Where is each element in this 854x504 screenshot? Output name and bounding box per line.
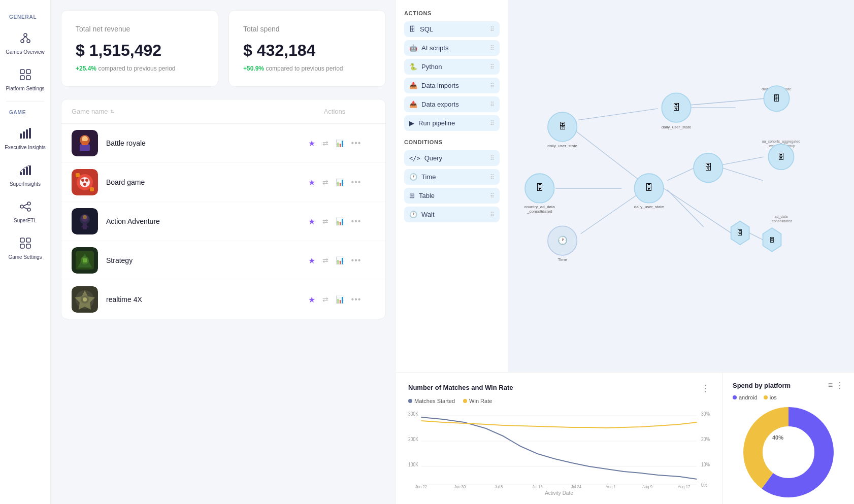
chart-icon[interactable]: 📊 [336,217,344,225]
matches-chart-title: Number of Matches and Win Rate [408,384,513,391]
legend-dot-ios [764,395,768,399]
sidebar-item-superetl[interactable]: SuperETL [0,192,50,229]
sort-icon[interactable]: ⇅ [110,109,114,114]
svg-rect-43 [83,223,87,229]
chart-icon[interactable]: 📊 [336,256,344,264]
share-icon[interactable]: ⇄ [322,139,329,147]
sidebar-item-game-settings[interactable]: Game Settings [0,229,50,265]
game-thumb-realtime4x [72,286,98,313]
action-data-exports[interactable]: 📤 Data exports ⠿ [404,96,500,112]
svg-text:300K: 300K [408,411,419,417]
sidebar-item-games-overview[interactable]: Games Overview [0,24,50,60]
drag-handle-exports[interactable]: ⠿ [490,101,495,108]
svg-rect-28 [80,144,90,151]
star-icon[interactable]: ★ [308,217,315,226]
pipeline-canvas: 🗄 daily_user_state 🗄 daily_user_state da… [508,0,854,372]
drag-handle-query[interactable]: ⠿ [490,155,495,162]
sidebar-item-executive-insights-label: Executive Insights [5,145,46,151]
action-query-label: </> Query [409,154,442,162]
svg-line-20 [23,204,27,206]
action-ai-scripts[interactable]: 🤖 AI scripts ⠿ [404,40,500,56]
more-options-button[interactable]: ••• [351,295,362,304]
svg-text:Jun 30: Jun 30 [454,484,466,489]
table-row: Battle royale ★ ⇄ 📊 ••• [61,124,385,163]
sidebar-item-platform-settings[interactable]: Platform Settings [0,60,50,97]
export-icon: 📤 [409,100,417,108]
action-python[interactable]: 🐍 Python ⠿ [404,59,500,75]
svg-text:Jul 8: Jul 8 [495,484,503,489]
action-time[interactable]: 🕐 Time ⠿ [404,169,500,185]
game-name-battle-royale: Battle royale [106,139,294,147]
legend-dot-android [733,395,737,399]
filter-icon[interactable]: ≡ [828,381,833,390]
action-query[interactable]: </> Query ⠿ [404,150,500,166]
svg-point-1 [21,40,24,43]
drag-handle-run[interactable]: ⠿ [490,120,495,127]
svg-rect-10 [23,131,25,139]
superinsights-icon [16,161,35,179]
superetl-icon [16,197,35,216]
more-options-button[interactable]: ••• [351,256,362,265]
svg-rect-16 [29,165,31,175]
svg-line-57 [667,190,704,227]
drag-handle-time[interactable]: ⠿ [490,174,495,181]
action-wait[interactable]: 🕐 Wait ⠿ [404,207,500,222]
svg-rect-15 [26,167,28,175]
drag-handle-table[interactable]: ⠿ [490,192,495,199]
chart-icon[interactable]: 📊 [336,139,344,147]
sql-icon: 🗄 [409,25,416,33]
svg-point-76 [525,174,554,203]
svg-rect-38 [90,187,94,191]
game-actions-action-adventure: ★ ⇄ 📊 ••• [294,217,375,226]
sidebar-item-executive-insights[interactable]: Executive Insights [0,119,50,156]
action-run-pipeline[interactable]: ▶ Run pipeline ⠿ [404,115,500,131]
chart-menu-icon[interactable]: ⋮ [701,383,710,394]
chart-icon[interactable]: 📊 [336,178,344,186]
more-icon[interactable]: ⋮ [836,381,844,390]
drag-handle-ai[interactable]: ⠿ [490,45,495,52]
svg-rect-8 [26,76,30,80]
import-icon: 📥 [409,82,417,89]
share-icon[interactable]: ⇄ [322,256,329,264]
revenue-value: $ 1,515,492 [76,41,204,60]
star-icon[interactable]: ★ [308,139,315,148]
drag-handle-sql[interactable]: ⠿ [490,26,495,33]
sidebar-item-superetl-label: SuperETL [14,218,37,224]
svg-text:🗄: 🗄 [645,183,653,192]
share-icon[interactable]: ⇄ [322,178,329,186]
svg-rect-13 [20,172,22,175]
svg-rect-12 [29,128,31,139]
star-icon[interactable]: ★ [308,178,315,187]
svg-text:0%: 0% [701,482,707,488]
more-options-button[interactable]: ••• [351,139,362,148]
more-options-button[interactable]: ••• [351,217,362,226]
sidebar-item-superinsights-label: SuperInsights [10,181,41,187]
star-icon[interactable]: ★ [308,256,315,265]
action-data-imports[interactable]: 📥 Data imports ⠿ [404,78,500,93]
more-options-button[interactable]: ••• [351,178,362,187]
legend-label-matches: Matches Started [414,398,455,404]
drag-handle-python[interactable]: ⠿ [490,63,495,71]
svg-point-18 [27,202,30,205]
action-sql[interactable]: 🗄 SQL ⠿ [404,21,500,37]
svg-text:10%: 10% [701,462,710,467]
svg-text:🗄: 🗄 [769,237,775,243]
svg-text:ua_cohorts_aggregated: ua_cohorts_aggregated [762,140,801,144]
action-table[interactable]: ⊞ Table ⠿ [404,188,500,204]
share-icon[interactable]: ⇄ [322,295,329,304]
sidebar-item-superinsights[interactable]: SuperInsights [0,156,50,192]
svg-rect-7 [20,76,24,80]
legend-label-android: android [739,394,758,400]
share-icon[interactable]: ⇄ [322,217,329,225]
svg-rect-25 [26,244,30,248]
revenue-card: Total net revenue $ 1,515,492 +25.4% com… [61,10,218,87]
star-icon[interactable]: ★ [308,295,315,305]
chart-icon[interactable]: 📊 [336,295,344,304]
game-actions-strategy: ★ ⇄ 📊 ••• [294,256,375,265]
drag-handle-imports[interactable]: ⠿ [490,82,495,89]
spend-chart-title: Spend by platform [733,382,791,389]
svg-text:_weekly_rolledup: _weekly_rolledup [767,144,795,148]
action-python-label: 🐍 Python [409,63,442,71]
revenue-title: Total net revenue [76,25,204,33]
drag-handle-wait[interactable]: ⠿ [490,211,495,218]
